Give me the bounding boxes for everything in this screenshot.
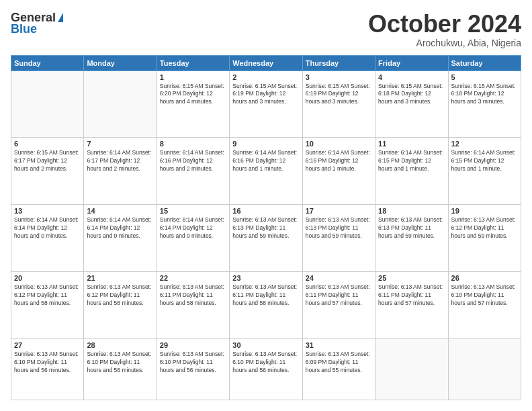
- day-info: Sunrise: 6:14 AM Sunset: 6:16 PM Dayligh…: [232, 149, 299, 173]
- table-row: 10Sunrise: 6:14 AM Sunset: 6:16 PM Dayli…: [302, 138, 375, 205]
- table-row: 18Sunrise: 6:13 AM Sunset: 6:13 PM Dayli…: [375, 205, 448, 272]
- header: General Blue October 2024 Arochukwu, Abi…: [11, 11, 521, 48]
- table-row: 22Sunrise: 6:13 AM Sunset: 6:11 PM Dayli…: [157, 272, 229, 339]
- day-number: 20: [14, 274, 81, 282]
- col-friday: Friday: [375, 55, 448, 71]
- table-row: 6Sunrise: 6:15 AM Sunset: 6:17 PM Daylig…: [11, 138, 84, 205]
- day-info: Sunrise: 6:13 AM Sunset: 6:10 PM Dayligh…: [232, 351, 299, 375]
- table-row: [448, 339, 521, 400]
- table-row: 17Sunrise: 6:13 AM Sunset: 6:13 PM Dayli…: [302, 205, 375, 272]
- day-info: Sunrise: 6:13 AM Sunset: 6:13 PM Dayligh…: [378, 216, 445, 240]
- day-info: Sunrise: 6:13 AM Sunset: 6:13 PM Dayligh…: [306, 216, 372, 240]
- day-number: 14: [87, 207, 153, 215]
- calendar-header-row: Sunday Monday Tuesday Wednesday Thursday…: [11, 55, 521, 71]
- day-number: 13: [14, 207, 81, 215]
- table-row: 25Sunrise: 6:13 AM Sunset: 6:11 PM Dayli…: [375, 272, 448, 339]
- table-row: 30Sunrise: 6:13 AM Sunset: 6:10 PM Dayli…: [230, 339, 302, 400]
- table-row: 3Sunrise: 6:15 AM Sunset: 6:19 PM Daylig…: [302, 71, 375, 138]
- day-info: Sunrise: 6:13 AM Sunset: 6:12 PM Dayligh…: [451, 216, 518, 240]
- day-number: 25: [378, 274, 445, 282]
- day-number: 27: [14, 341, 81, 349]
- day-number: 12: [451, 140, 518, 148]
- table-row: 24Sunrise: 6:13 AM Sunset: 6:11 PM Dayli…: [302, 272, 375, 339]
- day-number: 18: [378, 207, 445, 215]
- table-row: 14Sunrise: 6:14 AM Sunset: 6:14 PM Dayli…: [84, 205, 157, 272]
- table-row: 8Sunrise: 6:14 AM Sunset: 6:16 PM Daylig…: [157, 138, 229, 205]
- day-number: 15: [160, 207, 226, 215]
- table-row: 28Sunrise: 6:13 AM Sunset: 6:10 PM Dayli…: [84, 339, 157, 400]
- day-number: 8: [160, 140, 226, 148]
- table-row: [84, 71, 157, 138]
- day-info: Sunrise: 6:14 AM Sunset: 6:14 PM Dayligh…: [14, 216, 81, 240]
- calendar-table: Sunday Monday Tuesday Wednesday Thursday…: [11, 55, 521, 400]
- title-block: October 2024 Arochukwu, Abia, Nigeria: [368, 11, 521, 48]
- day-number: 29: [160, 341, 226, 349]
- day-info: Sunrise: 6:15 AM Sunset: 6:19 PM Dayligh…: [232, 83, 299, 107]
- col-monday: Monday: [84, 55, 157, 71]
- day-number: 6: [14, 140, 81, 148]
- day-info: Sunrise: 6:13 AM Sunset: 6:13 PM Dayligh…: [232, 216, 299, 240]
- table-row: 29Sunrise: 6:13 AM Sunset: 6:10 PM Dayli…: [157, 339, 229, 400]
- day-info: Sunrise: 6:14 AM Sunset: 6:14 PM Dayligh…: [160, 216, 226, 240]
- col-saturday: Saturday: [448, 55, 521, 71]
- table-row: [375, 339, 448, 400]
- col-thursday: Thursday: [302, 55, 375, 71]
- day-info: Sunrise: 6:15 AM Sunset: 6:18 PM Dayligh…: [451, 83, 518, 107]
- table-row: 13Sunrise: 6:14 AM Sunset: 6:14 PM Dayli…: [11, 205, 84, 272]
- logo: General Blue: [11, 11, 63, 36]
- day-info: Sunrise: 6:13 AM Sunset: 6:09 PM Dayligh…: [306, 351, 372, 375]
- day-info: Sunrise: 6:14 AM Sunset: 6:14 PM Dayligh…: [87, 216, 153, 240]
- day-info: Sunrise: 6:15 AM Sunset: 6:17 PM Dayligh…: [14, 149, 81, 173]
- day-number: 11: [378, 140, 445, 148]
- day-number: 16: [232, 207, 299, 215]
- table-row: 19Sunrise: 6:13 AM Sunset: 6:12 PM Dayli…: [448, 205, 521, 272]
- logo-blue: Blue: [11, 22, 37, 36]
- day-info: Sunrise: 6:13 AM Sunset: 6:11 PM Dayligh…: [232, 283, 299, 308]
- day-info: Sunrise: 6:13 AM Sunset: 6:10 PM Dayligh…: [14, 351, 81, 375]
- day-info: Sunrise: 6:13 AM Sunset: 6:11 PM Dayligh…: [160, 283, 226, 308]
- day-number: 26: [451, 274, 518, 282]
- table-row: 26Sunrise: 6:13 AM Sunset: 6:10 PM Dayli…: [448, 272, 521, 339]
- day-number: 3: [306, 73, 372, 81]
- calendar-title: October 2024: [368, 11, 521, 38]
- day-number: 22: [160, 274, 226, 282]
- day-number: 7: [87, 140, 153, 148]
- day-number: 1: [160, 73, 226, 81]
- day-info: Sunrise: 6:15 AM Sunset: 6:19 PM Dayligh…: [306, 83, 372, 107]
- table-row: 2Sunrise: 6:15 AM Sunset: 6:19 PM Daylig…: [230, 71, 302, 138]
- day-number: 5: [451, 73, 518, 81]
- day-info: Sunrise: 6:13 AM Sunset: 6:10 PM Dayligh…: [451, 283, 518, 308]
- table-row: 16Sunrise: 6:13 AM Sunset: 6:13 PM Dayli…: [230, 205, 302, 272]
- day-info: Sunrise: 6:14 AM Sunset: 6:17 PM Dayligh…: [87, 149, 153, 173]
- table-row: 21Sunrise: 6:13 AM Sunset: 6:12 PM Dayli…: [84, 272, 157, 339]
- table-row: 5Sunrise: 6:15 AM Sunset: 6:18 PM Daylig…: [448, 71, 521, 138]
- col-sunday: Sunday: [11, 55, 84, 71]
- day-info: Sunrise: 6:14 AM Sunset: 6:16 PM Dayligh…: [306, 149, 372, 173]
- page: General Blue October 2024 Arochukwu, Abi…: [0, 0, 532, 411]
- table-row: 4Sunrise: 6:15 AM Sunset: 6:18 PM Daylig…: [375, 71, 448, 138]
- day-number: 28: [87, 341, 153, 349]
- day-number: 10: [306, 140, 372, 148]
- day-number: 24: [306, 274, 372, 282]
- table-row: 1Sunrise: 6:15 AM Sunset: 6:20 PM Daylig…: [157, 71, 229, 138]
- day-info: Sunrise: 6:15 AM Sunset: 6:20 PM Dayligh…: [160, 83, 226, 107]
- table-row: 12Sunrise: 6:14 AM Sunset: 6:15 PM Dayli…: [448, 138, 521, 205]
- day-number: 30: [232, 341, 299, 349]
- day-number: 19: [451, 207, 518, 215]
- table-row: 15Sunrise: 6:14 AM Sunset: 6:14 PM Dayli…: [157, 205, 229, 272]
- day-info: Sunrise: 6:13 AM Sunset: 6:11 PM Dayligh…: [378, 283, 445, 308]
- day-number: 4: [378, 73, 445, 81]
- table-row: [11, 71, 84, 138]
- day-number: 23: [232, 274, 299, 282]
- day-info: Sunrise: 6:13 AM Sunset: 6:12 PM Dayligh…: [87, 283, 153, 308]
- day-number: 31: [306, 341, 372, 349]
- day-info: Sunrise: 6:14 AM Sunset: 6:15 PM Dayligh…: [451, 149, 518, 173]
- day-info: Sunrise: 6:15 AM Sunset: 6:18 PM Dayligh…: [378, 83, 445, 107]
- day-info: Sunrise: 6:13 AM Sunset: 6:10 PM Dayligh…: [160, 351, 226, 375]
- col-tuesday: Tuesday: [157, 55, 229, 71]
- day-info: Sunrise: 6:13 AM Sunset: 6:12 PM Dayligh…: [14, 283, 81, 308]
- calendar-location: Arochukwu, Abia, Nigeria: [368, 38, 521, 48]
- table-row: 7Sunrise: 6:14 AM Sunset: 6:17 PM Daylig…: [84, 138, 157, 205]
- day-number: 9: [232, 140, 299, 148]
- table-row: 9Sunrise: 6:14 AM Sunset: 6:16 PM Daylig…: [230, 138, 302, 205]
